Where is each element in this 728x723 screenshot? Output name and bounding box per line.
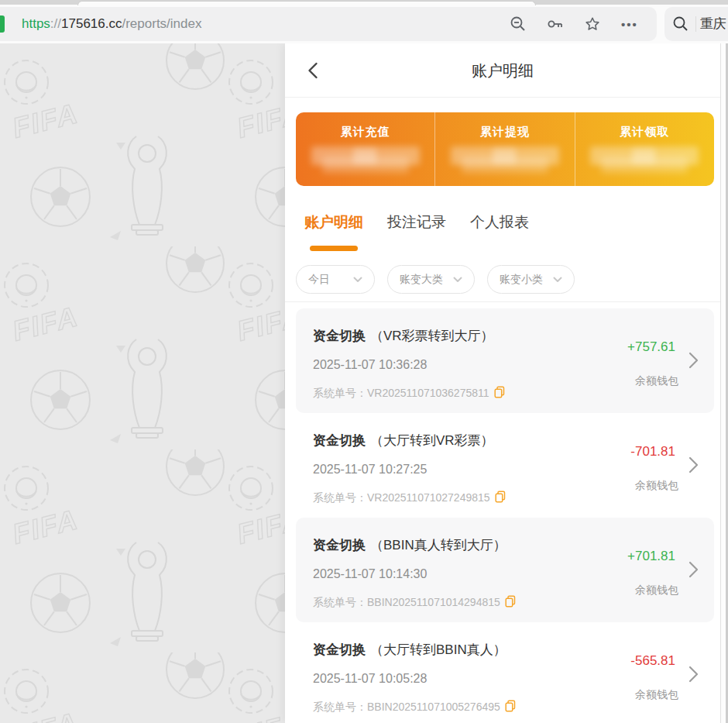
transaction-detail: （大厅转到BBIN真人） [370, 642, 507, 657]
bookmark-star-icon[interactable] [582, 14, 603, 34]
filter-minor-category-dropdown[interactable]: 账变小类 [487, 265, 575, 294]
transaction-amount: +701.81 [627, 549, 675, 564]
transaction-type: 资金切换 [313, 538, 366, 553]
filter-label: 账变小类 [500, 273, 543, 287]
summary-deposit: 累计充值 [296, 112, 434, 186]
more-menu-icon[interactable]: ••• [620, 14, 640, 34]
copy-icon[interactable] [505, 595, 516, 610]
fifa-wallpaper-background: FIFA [0, 43, 285, 723]
masked-value [590, 146, 699, 174]
chevron-right-icon[interactable] [689, 456, 699, 477]
tab-personal-report[interactable]: 个人报表 [470, 212, 529, 232]
search-keyword[interactable]: 重庆 [700, 7, 726, 41]
chevron-right-icon[interactable] [689, 666, 699, 686]
back-chevron-icon [307, 62, 318, 79]
browser-tab-strip [0, 0, 728, 5]
wallet-label: 余额钱包 [635, 688, 678, 702]
wallet-label: 余额钱包 [635, 374, 678, 388]
transaction-amount: -701.81 [630, 444, 675, 460]
summary-label: 累计提现 [480, 125, 530, 139]
filter-date-dropdown[interactable]: 今日 [296, 265, 375, 294]
summary-withdraw: 累计提现 [434, 112, 574, 186]
page-header: 账户明细 [285, 43, 720, 98]
transaction-datetime: 2025-11-07 10:36:28 [313, 358, 427, 372]
browser-toolbar: https://175616.cc/reports/index ••• 重庆 [0, 5, 728, 43]
transaction-title: 资金切换（VR彩票转到大厅） [313, 327, 494, 345]
url-path: /reports/index [122, 16, 201, 31]
transaction-type: 资金切换 [313, 433, 366, 448]
zoom-out-icon[interactable] [508, 14, 528, 34]
copy-icon[interactable] [494, 386, 505, 401]
section-divider [285, 301, 720, 302]
url-scheme: https [22, 16, 50, 31]
transaction-datetime: 2025-11-07 10:14:30 [313, 567, 427, 581]
browser-tab[interactable] [77, 1, 536, 5]
wallet-label: 余额钱包 [635, 479, 678, 493]
filter-label: 账变大类 [400, 273, 443, 287]
transaction-row[interactable]: 资金切换（VR彩票转到大厅） 2025-11-07 10:36:28 系统单号：… [296, 308, 714, 413]
key-icon[interactable] [545, 14, 565, 34]
site-safety-icon[interactable] [0, 15, 5, 33]
order-number: BBIN202511071014294815 [367, 596, 500, 608]
transaction-datetime: 2025-11-07 10:27:25 [313, 463, 427, 477]
transaction-detail: （BBIN真人转到大厅） [370, 538, 507, 553]
order-number: VR202511071027249815 [367, 491, 490, 504]
search-icon [671, 14, 691, 34]
transaction-type: 资金切换 [313, 642, 366, 657]
summary-claim: 累计领取 [575, 112, 714, 186]
order-number: BBIN202511071005276495 [367, 701, 500, 713]
chevron-right-icon[interactable] [689, 352, 699, 372]
order-label: 系统单号： [313, 387, 367, 399]
filter-row: 今日 账变大类 账变小类 [296, 265, 575, 294]
tab-bet-records[interactable]: 投注记录 [387, 212, 446, 232]
transaction-title: 资金切换（大厅转到BBIN真人） [313, 641, 507, 659]
address-bar[interactable]: https://175616.cc/reports/index ••• [0, 7, 657, 41]
transaction-amount: +757.61 [627, 339, 675, 355]
url-domain: 175616.cc [61, 16, 122, 31]
transaction-order: 系统单号：BBIN202511071014294815 [313, 595, 516, 610]
transaction-title: 资金切换（BBIN真人转到大厅） [313, 536, 507, 554]
order-label: 系统单号： [313, 491, 367, 504]
transaction-row[interactable]: 资金切换（大厅转到VR彩票） 2025-11-07 10:27:25 系统单号：… [296, 413, 714, 518]
page-scrollbar[interactable] [720, 43, 728, 723]
transaction-order: 系统单号：BBIN202511071005276495 [313, 700, 516, 714]
order-label: 系统单号： [313, 701, 367, 713]
filter-label: 今日 [308, 273, 330, 287]
report-tabs: 账户明细 投注记录 个人报表 [304, 212, 529, 232]
chevron-down-icon [453, 277, 462, 283]
transaction-order: 系统单号：VR202511071036275811 [313, 386, 505, 401]
order-number: VR202511071036275811 [367, 387, 489, 399]
active-tab-underline [310, 246, 358, 251]
filter-major-category-dropdown[interactable]: 账变大类 [387, 265, 475, 294]
copy-icon[interactable] [495, 491, 506, 505]
chevron-down-icon [553, 277, 562, 283]
url-separator: :// [50, 16, 61, 31]
transaction-datetime: 2025-11-07 10:05:28 [313, 672, 427, 686]
tab-account-detail[interactable]: 账户明细 [304, 212, 363, 232]
chevron-down-icon [353, 277, 362, 283]
transaction-row[interactable]: 资金切换（大厅转到BBIN真人） 2025-11-07 10:05:28 系统单… [296, 622, 714, 723]
transaction-detail: （大厅转到VR彩票） [370, 433, 494, 448]
summary-banner: 累计充值 累计提现 累计领取 [296, 112, 714, 186]
transaction-detail: （VR彩票转到大厅） [370, 329, 494, 343]
copy-icon[interactable] [505, 700, 516, 714]
fifa-pattern-graphic: FIFA [0, 43, 285, 723]
masked-value [451, 146, 559, 174]
transaction-order: 系统单号：VR202511071027249815 [313, 491, 506, 505]
account-detail-panel: 账户明细 累计充值 累计提现 累计领取 账户明细 投注记录 个人报表 今日 账变… [285, 43, 720, 723]
transaction-amount: -565.81 [630, 653, 675, 669]
back-button[interactable] [302, 60, 324, 81]
transaction-type: 资金切换 [313, 329, 366, 343]
search-divider [695, 16, 696, 32]
transaction-title: 资金切换（大厅转到VR彩票） [313, 432, 494, 449]
quick-search-box[interactable]: 重庆 [664, 7, 728, 41]
summary-label: 累计充值 [341, 125, 390, 139]
masked-value [311, 146, 420, 174]
url-text[interactable]: https://175616.cc/reports/index [22, 7, 201, 41]
transaction-row[interactable]: 资金切换（BBIN真人转到大厅） 2025-11-07 10:14:30 系统单… [296, 518, 714, 622]
summary-label: 累计领取 [620, 125, 669, 139]
wallet-label: 余额钱包 [635, 584, 678, 597]
page-title: 账户明细 [285, 43, 720, 98]
order-label: 系统单号： [313, 596, 367, 608]
chevron-right-icon[interactable] [689, 561, 699, 581]
